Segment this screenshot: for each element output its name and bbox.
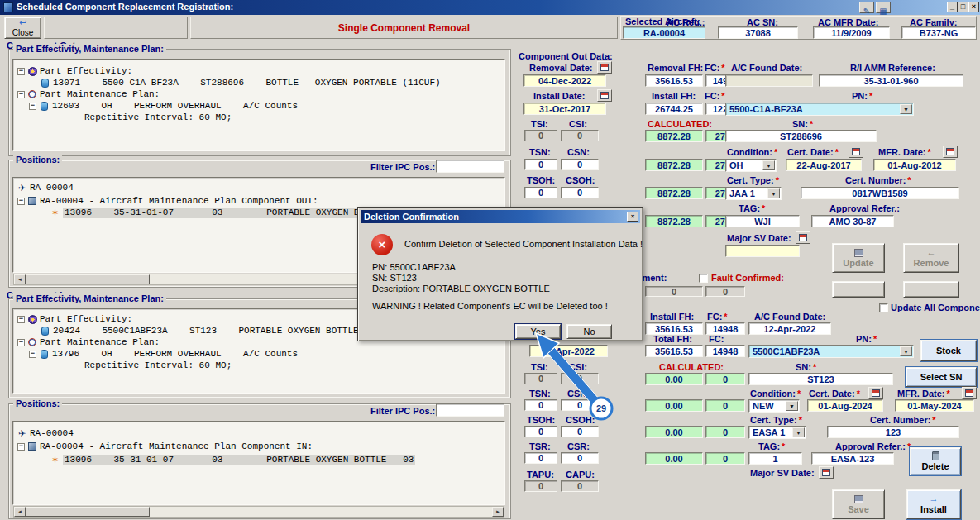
out-mfr-date-field[interactable]: 01-Aug-2012 — [873, 159, 956, 171]
out-major-sv-date-field[interactable] — [725, 245, 800, 257]
removal-date-calendar-button[interactable] — [597, 61, 612, 74]
in-cert-date-field[interactable]: 01-Aug-2024 — [807, 399, 883, 412]
in-major-sv-calendar-button[interactable] — [819, 466, 834, 479]
tree-node-effectivity-item[interactable]: 20424 5500C1ABF23A ST123 PORTABLE OXYGEN… — [53, 326, 359, 336]
out-approval-field[interactable]: AMO 30-87 — [811, 215, 894, 227]
out-cert-type-combo[interactable]: JAA 1 ▼ — [725, 187, 782, 200]
out-cert-number-field[interactable]: 0817WB1589 — [801, 187, 959, 199]
tree-node-aircraft[interactable]: RA-00004 — [30, 428, 74, 439]
in-sn-field[interactable]: ST123 — [748, 373, 893, 385]
in-condition-combo[interactable]: NEW ▼ — [748, 399, 800, 413]
out-install-fh-field[interactable]: 26744.25 — [645, 103, 703, 115]
update-all-components-checkbox[interactable] — [879, 303, 888, 312]
collapse-icon[interactable]: − — [17, 68, 25, 75]
collapse-icon[interactable]: − — [17, 443, 25, 451]
chevron-down-icon[interactable]: ▼ — [786, 401, 798, 411]
out-sn-field[interactable]: ST288696 — [725, 130, 877, 142]
chevron-down-icon[interactable]: ▼ — [900, 104, 912, 114]
out-csoh-field[interactable]: 0 — [561, 187, 599, 198]
collapse-icon[interactable]: − — [29, 351, 36, 358]
fault-confirmed-checkbox[interactable] — [699, 274, 708, 283]
titlebar-tool-button-1[interactable]: ✎ — [859, 2, 874, 13]
in-cert-type-combo[interactable]: EASA 1 ▼ — [748, 426, 806, 439]
in-ac-found-date-field[interactable]: 12-Apr-2022 — [748, 322, 831, 335]
scroll-left-icon[interactable]: ◄ — [14, 274, 26, 284]
close-window-button[interactable]: × — [968, 2, 979, 12]
in-csn-field[interactable]: 0 — [561, 399, 599, 411]
out-pn-combo[interactable]: 5500-C1A-BF23A ▼ — [725, 103, 914, 116]
in-tsn-field[interactable]: 0 — [524, 399, 557, 411]
in-positions-hscrollbar[interactable]: ◄ ► — [13, 506, 504, 518]
out-filter-ipc-input[interactable] — [436, 160, 504, 173]
dialog-close-button[interactable]: × — [627, 212, 638, 222]
yes-button[interactable]: Yes — [515, 324, 561, 339]
out-csn-field[interactable]: 0 — [561, 159, 599, 170]
tree-node-maintenance-plan[interactable]: Part Maintenance Plan: — [40, 337, 160, 348]
scroll-left-icon[interactable]: ◄ — [14, 507, 26, 517]
out-cert-date-field[interactable]: 22-Aug-2017 — [786, 159, 862, 171]
out-tsoh-field[interactable]: 0 — [524, 187, 557, 198]
removal-fh-field[interactable]: 35616.53 — [645, 74, 703, 87]
in-csoh-field[interactable]: 0 — [561, 426, 599, 437]
tree-node-effectivity-item[interactable]: 13071 5500-C1A-BF23A ST288696 BOTTLE - O… — [53, 78, 441, 88]
minimize-button[interactable]: _ — [947, 2, 958, 12]
tree-node-maintenance-plan[interactable]: Part Maintenance Plan: — [40, 89, 160, 100]
tree-node-plan-component-out[interactable]: RA-00004 - Aircraft Maintenance Plan Com… — [40, 196, 318, 207]
in-total-fh-field[interactable]: 35616.53 — [645, 345, 703, 357]
in-install-fc-field[interactable]: 14948 — [705, 322, 745, 335]
scroll-right-icon[interactable]: ► — [492, 507, 504, 517]
tree-node-aircraft[interactable]: RA-00004 — [30, 183, 74, 193]
in-cert-date-calendar-button[interactable] — [868, 387, 883, 399]
collapse-icon[interactable]: − — [29, 103, 36, 110]
out-tsn-field[interactable]: 0 — [524, 159, 557, 170]
scrollbar-thumb[interactable] — [26, 507, 150, 517]
tree-node-effectivity[interactable]: Part Effectivity: — [40, 66, 132, 77]
out-cert-date-calendar-button[interactable] — [849, 146, 863, 158]
tree-node-plan-item[interactable]: 13796 OH PERFORM OVERHAUL A/C Counts — [52, 349, 298, 360]
chevron-down-icon[interactable]: ▼ — [767, 188, 780, 198]
out-install-date-field[interactable]: 31-Oct-2017 — [523, 103, 606, 115]
tree-node-plan-component-in[interactable]: RA-00004 - Aircraft Maintenance Plan Com… — [40, 441, 313, 452]
chevron-down-icon[interactable]: ▼ — [792, 427, 805, 437]
dialog-titlebar[interactable]: Deletion Confirmation × — [361, 210, 640, 223]
in-tsr-field[interactable]: 0 — [524, 452, 557, 464]
in-mfr-date-field[interactable]: 01-May-2024 — [895, 399, 974, 412]
tree-node-effectivity[interactable]: Part Effectivity: — [40, 314, 132, 325]
ri-amm-reference-field[interactable]: 35-31-01-960 — [819, 74, 963, 87]
out-tag-field[interactable]: WJI — [725, 215, 800, 227]
select-sn-button[interactable]: Select SN — [906, 367, 977, 387]
in-total-fc-field[interactable]: 14948 — [705, 345, 745, 357]
in-filter-ipc-input[interactable] — [436, 403, 504, 417]
install-button[interactable]: → Install — [906, 489, 961, 519]
in-csr-field[interactable]: 0 — [561, 452, 599, 464]
in-approval-field[interactable]: EASA-123 — [811, 452, 894, 465]
stock-button[interactable]: Stock — [920, 340, 977, 361]
tree-node-position-item[interactable]: 13096 35-31-01-07 03 PORTABLE OXYGEN BOT… — [63, 455, 415, 465]
delete-button[interactable]: Delete — [910, 447, 961, 475]
in-cert-number-field[interactable]: 123 — [827, 426, 959, 438]
maximize-button[interactable]: □ — [958, 2, 968, 12]
in-mfr-date-calendar-button[interactable] — [962, 387, 977, 399]
ac-reg-field[interactable]: RA-00004 — [623, 26, 705, 39]
out-mfr-date-calendar-button[interactable] — [943, 146, 958, 158]
out-condition-combo[interactable]: OH ▼ — [725, 159, 777, 172]
scrollbar-thumb[interactable] — [26, 274, 150, 284]
tree-node-plan-item[interactable]: 12603 OH PERFORM OVERHAUL A/C Counts — [52, 101, 298, 112]
in-install-fh-field[interactable]: 35616.53 — [645, 322, 703, 335]
out-major-sv-calendar-button[interactable] — [796, 231, 810, 244]
collapse-icon[interactable]: − — [17, 91, 25, 98]
in-pn-combo[interactable]: 5500C1ABF23A ▼ — [748, 345, 914, 358]
removal-date-field[interactable]: 04-Dec-2022 — [523, 74, 606, 87]
close-button[interactable]: ↩ Close — [4, 17, 41, 39]
collapse-icon[interactable]: − — [17, 339, 25, 346]
collapse-icon[interactable]: − — [17, 316, 25, 323]
chevron-down-icon[interactable]: ▼ — [900, 346, 912, 356]
collapse-icon[interactable]: − — [17, 198, 25, 205]
in-tsoh-field[interactable]: 0 — [524, 426, 557, 437]
out-install-date-calendar-button[interactable] — [597, 89, 612, 102]
in-tag-field[interactable]: 1 — [748, 452, 802, 465]
no-button[interactable]: No — [566, 324, 612, 339]
titlebar-tool-button-2[interactable]: ▦ — [876, 2, 891, 13]
in-install-date-field[interactable]: 12-Apr-2022 — [529, 345, 608, 357]
chevron-down-icon[interactable]: ▼ — [762, 160, 775, 170]
